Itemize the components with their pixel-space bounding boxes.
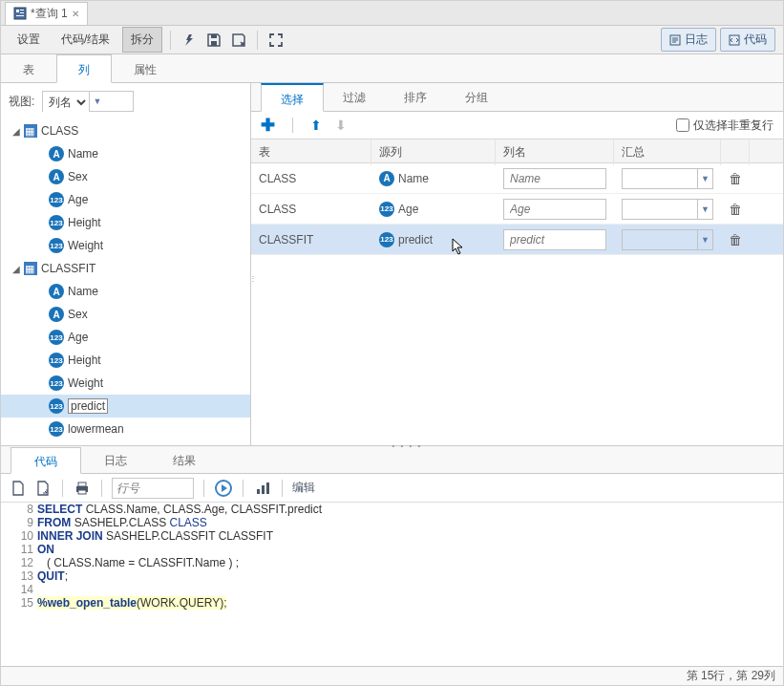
line-number: 10 bbox=[1, 529, 37, 543]
chart-icon[interactable] bbox=[253, 482, 272, 495]
agg-select[interactable]: ▼ bbox=[622, 168, 713, 189]
numeric-type-icon: 123 bbox=[379, 232, 394, 247]
numeric-type-icon: 123 bbox=[49, 238, 64, 253]
tree-column[interactable]: 123Age bbox=[1, 188, 250, 211]
split-button[interactable]: 拆分 bbox=[122, 27, 162, 53]
line-number: 15 bbox=[1, 596, 37, 610]
numeric-type-icon: 123 bbox=[49, 215, 64, 230]
arrow-down-icon: ◢ bbox=[12, 264, 20, 274]
line-number: 8 bbox=[1, 503, 37, 516]
query-icon bbox=[13, 7, 27, 20]
add-column-button[interactable]: ✚ bbox=[261, 115, 275, 136]
colname-input[interactable] bbox=[503, 229, 606, 250]
colname-input[interactable] bbox=[503, 199, 606, 220]
run-code-button[interactable] bbox=[214, 480, 233, 497]
grid-row[interactable]: CLASSFIT123predict▼🗑 bbox=[251, 225, 783, 255]
tree-table[interactable]: ◢CLASS bbox=[1, 119, 250, 142]
chevron-down-icon: ▼ bbox=[697, 200, 712, 219]
log-panel-button[interactable]: 日志 bbox=[661, 28, 716, 52]
svg-rect-17 bbox=[266, 482, 269, 494]
agg-select[interactable]: ▼ bbox=[622, 199, 713, 220]
tab-select[interactable]: 选择 bbox=[261, 83, 324, 112]
fullscreen-button[interactable] bbox=[265, 30, 286, 51]
run-button[interactable] bbox=[179, 30, 200, 51]
alpha-type-icon: A bbox=[49, 307, 64, 322]
tree-column[interactable]: AName bbox=[1, 142, 250, 165]
numeric-type-icon: 123 bbox=[49, 192, 64, 207]
tree-column[interactable]: 123predict bbox=[1, 395, 250, 418]
svg-rect-4 bbox=[16, 15, 24, 16]
design-nav-tabs: 表 列 属性 bbox=[1, 54, 783, 83]
close-tab-icon[interactable]: ✕ bbox=[72, 9, 79, 19]
tab-table[interactable]: 表 bbox=[1, 54, 56, 82]
code-panel-button[interactable]: 代码 bbox=[720, 28, 775, 52]
tab-result[interactable]: 结果 bbox=[150, 447, 219, 473]
column-tree-panel: 视图: 列名 ▼ ◢CLASSANameASex123Age123Height1… bbox=[1, 83, 251, 445]
tab-group[interactable]: 分组 bbox=[446, 83, 507, 111]
distinct-checkbox[interactable]: 仅选择非重复行 bbox=[676, 118, 773, 134]
agg-select[interactable]: ▼ bbox=[622, 229, 713, 250]
column-label: Sex bbox=[68, 170, 88, 183]
tab-sort[interactable]: 排序 bbox=[385, 83, 446, 111]
column-label: Name bbox=[68, 147, 98, 161]
code-panel: 代码 日志 结果 编辑 8SELECT CLASS.Name, CLASS.Ag… bbox=[1, 447, 783, 666]
tree-column[interactable]: 123lowermean bbox=[1, 418, 250, 440]
move-up-button[interactable]: ⬆ bbox=[310, 118, 322, 133]
delete-row-button[interactable]: 🗑 bbox=[729, 171, 742, 186]
delete-row-button[interactable]: 🗑 bbox=[729, 202, 742, 217]
lineno-input[interactable] bbox=[112, 478, 194, 499]
print-icon[interactable] bbox=[73, 482, 92, 495]
tree-column[interactable]: 123Age bbox=[1, 326, 250, 349]
tab-title: *查询 1 bbox=[31, 6, 68, 22]
svg-rect-1 bbox=[16, 10, 19, 12]
tree-column[interactable]: 123Weight bbox=[1, 234, 250, 257]
main-toolbar: 设置 代码/结果 拆分 日志 代码 bbox=[1, 26, 783, 54]
line-number: 13 bbox=[1, 569, 37, 583]
grid-row[interactable]: CLASS123Age▼🗑 bbox=[251, 194, 783, 225]
tab-filter[interactable]: 过滤 bbox=[324, 83, 385, 111]
code-toolbar: 编辑 bbox=[1, 474, 783, 503]
tree-column[interactable]: ASex bbox=[1, 303, 250, 326]
tab-attr[interactable]: 属性 bbox=[112, 54, 179, 82]
line-number: 9 bbox=[1, 516, 37, 529]
save-button[interactable] bbox=[203, 30, 224, 51]
code-line: QUIT; bbox=[37, 569, 68, 583]
tree-column[interactable]: 123Weight bbox=[1, 372, 250, 395]
move-down-button: ⬇ bbox=[335, 118, 347, 133]
chevron-down-icon: ▼ bbox=[697, 230, 712, 249]
alpha-type-icon: A bbox=[49, 169, 64, 184]
colname-input[interactable] bbox=[503, 168, 606, 189]
column-label: Weight bbox=[68, 239, 103, 252]
tab-log[interactable]: 日志 bbox=[81, 447, 150, 473]
column-label: Name bbox=[68, 285, 98, 298]
export-icon[interactable] bbox=[33, 481, 53, 496]
cell-table: CLASS bbox=[251, 172, 371, 185]
new-icon[interactable] bbox=[9, 481, 28, 496]
svg-rect-13 bbox=[78, 482, 86, 486]
cell-srccol: 123predict bbox=[371, 232, 496, 247]
view-select[interactable]: 列名 ▼ bbox=[42, 91, 134, 112]
svg-rect-5 bbox=[211, 41, 217, 46]
column-label: Sex bbox=[68, 308, 88, 321]
window-tab[interactable]: *查询 1 ✕ bbox=[5, 2, 88, 25]
code-editor[interactable]: 8SELECT CLASS.Name, CLASS.Age, CLASSFIT.… bbox=[1, 503, 783, 666]
code-line: FROM SASHELP.CLASS CLASS bbox=[37, 516, 207, 529]
code-result-button[interactable]: 代码/结果 bbox=[53, 27, 118, 53]
tree-scroll[interactable]: ◢CLASSANameASex123Age123Height123Weight◢… bbox=[1, 119, 250, 445]
edit-button[interactable]: 编辑 bbox=[292, 480, 315, 496]
saveas-button[interactable] bbox=[228, 30, 249, 51]
tree-column[interactable]: ASex bbox=[1, 165, 250, 188]
grid-row[interactable]: CLASSAName▼🗑 bbox=[251, 163, 783, 194]
numeric-type-icon: 123 bbox=[49, 421, 64, 437]
numeric-type-icon: 123 bbox=[49, 353, 64, 368]
settings-button[interactable]: 设置 bbox=[9, 27, 49, 53]
tree-table[interactable]: ◢CLASSFIT bbox=[1, 257, 250, 280]
status-bar: 第 15行，第 29列 bbox=[1, 666, 783, 685]
tab-code[interactable]: 代码 bbox=[11, 447, 81, 474]
tree-column[interactable]: AName bbox=[1, 280, 250, 303]
tab-column[interactable]: 列 bbox=[56, 54, 112, 83]
tree-column[interactable]: 123Height bbox=[1, 349, 250, 372]
delete-row-button[interactable]: 🗑 bbox=[729, 232, 742, 247]
line-number: 11 bbox=[1, 543, 37, 556]
tree-column[interactable]: 123Height bbox=[1, 211, 250, 234]
